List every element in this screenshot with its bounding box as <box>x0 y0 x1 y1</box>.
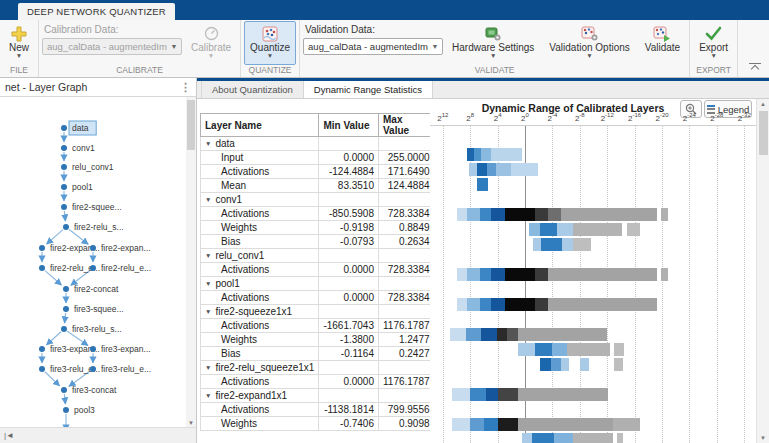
chevron-down-icon: ▼ <box>586 53 592 59</box>
col-min-value[interactable]: Min Value <box>319 114 379 137</box>
app-tab[interactable]: DEEP NETWORK QUANTIZER <box>18 3 175 20</box>
collapse-caret-icon[interactable]: ▼ <box>205 392 211 399</box>
scroll-left-edge-icon[interactable]: |◄ <box>4 431 14 440</box>
chart-vertical-scrollbar[interactable]: ▲ ▼ <box>756 99 769 443</box>
table-row[interactable]: Activations0.0000728.3384 <box>201 263 431 277</box>
range-bar-segment <box>498 418 518 431</box>
min-value <box>319 277 379 291</box>
range-bar-segment <box>497 328 507 341</box>
table-row[interactable]: Activations-850.5908728.3384 <box>201 207 431 221</box>
table-row[interactable]: ▼fire2-relu_squeeze1x1✔ <box>201 361 431 375</box>
table-row[interactable]: Weights-0.91980.8849 <box>201 221 431 235</box>
stat-row-name: Mean <box>205 180 314 191</box>
x-tick-label: 2-16 <box>628 112 641 123</box>
new-button[interactable]: New ▼ <box>3 21 35 65</box>
layer-node-relu_conv1[interactable]: relu_conv1 <box>61 162 114 172</box>
table-row[interactable]: Activations-124.4884171.6490 <box>201 165 431 179</box>
validation-options-button[interactable]: Validation Options ▼ <box>543 21 635 65</box>
scrollbar-thumb[interactable] <box>759 111 768 155</box>
layer-node-fire2-squeeze[interactable]: fire2-squee... <box>61 202 122 212</box>
graph-edge <box>64 394 65 404</box>
calibration-data-dropdown[interactable]: aug_calData - augmentedIma... ▼ <box>42 38 182 55</box>
range-bar-segment <box>467 148 474 161</box>
table-row[interactable]: ▼data <box>201 137 431 151</box>
range-bar-segment <box>540 358 551 371</box>
calibrate-button[interactable]: Calibrate ▼ <box>185 21 237 65</box>
layer-node-pool3[interactable]: pool3 <box>63 405 95 415</box>
table-row[interactable]: Mean83.3510124.4884 <box>201 179 431 193</box>
chart-plot-area[interactable] <box>430 125 756 443</box>
table-row[interactable]: ▼relu_conv1✔ <box>201 249 431 263</box>
table-row[interactable]: ▼fire2-squeeze1x1✔ <box>201 305 431 319</box>
export-button[interactable]: Export ▼ <box>693 21 734 65</box>
layer-node-dot <box>61 164 67 170</box>
table-row[interactable]: Weights-0.74060.9098 <box>201 417 431 431</box>
graph-vertical-scrollbar[interactable]: ▼ <box>186 97 196 427</box>
x-tick-label: 2-20 <box>655 112 668 123</box>
table-row[interactable]: ▼pool1✔ <box>201 277 431 291</box>
layer-node-dot <box>90 245 96 251</box>
collapse-caret-icon[interactable]: ▼ <box>205 252 211 259</box>
layer-graph-canvas[interactable]: dataconv1relu_conv1pool1fire2-squee...fi… <box>0 97 196 427</box>
layer-node-fire2-relu_s[interactable]: fire2-relu_s... <box>63 222 124 232</box>
tab-about-quantization[interactable]: About Quantization <box>202 81 304 98</box>
scroll-down-arrow-icon[interactable]: ▼ <box>757 435 769 441</box>
table-row[interactable]: Activations-1661.70431176.1787 <box>201 319 431 333</box>
section-file: New ▼ FILE <box>0 20 39 77</box>
kebab-menu-icon[interactable]: ⋮ <box>180 81 191 94</box>
range-bar-segment <box>491 298 505 311</box>
range-bar-segment <box>481 148 491 161</box>
layer-node-fire3-squeeze[interactable]: fire3-squee... <box>63 304 124 314</box>
graph-edge <box>47 230 63 244</box>
collapse-caret-icon[interactable]: ▼ <box>205 196 211 203</box>
range-bar-segment <box>484 418 498 431</box>
range-bar-segment <box>518 343 534 356</box>
gauge-icon <box>204 25 219 42</box>
x-tick-label: 2-32 <box>738 112 751 123</box>
collapse-toolstrip-button[interactable] <box>749 63 761 73</box>
table-row[interactable]: Activations-1138.1814799.9556 <box>201 403 431 417</box>
table-row[interactable]: Activations0.00001176.1787 <box>201 375 431 389</box>
validate-button[interactable]: Validate <box>639 21 686 65</box>
chevron-up-icon <box>751 65 759 73</box>
range-bar-segment <box>573 238 591 251</box>
graph-edge <box>64 211 65 221</box>
chevron-down-icon: ▼ <box>490 53 496 59</box>
layer-group-name: data <box>215 138 234 149</box>
layer-node-dot <box>61 326 67 332</box>
tab-dynamic-range-statistics[interactable]: Dynamic Range Statistics <box>304 81 433 98</box>
graph-edge <box>65 313 66 323</box>
max-value: 0.8849 <box>379 221 431 235</box>
col-max-value[interactable]: Max Value <box>379 114 431 137</box>
stat-row-name: Activations <box>205 166 314 177</box>
layer-node-data[interactable]: data <box>61 121 96 135</box>
layer-node-pool1[interactable]: pool1 <box>61 182 93 192</box>
col-layer-name[interactable]: Layer Name <box>201 114 319 137</box>
section-validate: Validation Data: aug_calData - augmented… <box>300 20 690 77</box>
collapse-caret-icon[interactable]: ▼ <box>205 280 211 287</box>
scroll-up-arrow-icon[interactable]: ▲ <box>757 101 769 107</box>
table-row[interactable]: Bias-0.07930.2634 <box>201 235 431 249</box>
layer-node-label: fire3-concat <box>72 385 117 395</box>
toolstrip: New ▼ FILE Calibration Data: aug_calData… <box>0 20 769 78</box>
table-row[interactable]: ▼conv1✔ <box>201 193 431 207</box>
scroll-down-arrow-icon[interactable]: ▼ <box>186 420 196 426</box>
layer-node-dot <box>90 265 96 271</box>
graph-horizontal-scrollbar[interactable]: |◄ <box>0 427 196 443</box>
collapse-caret-icon[interactable]: ▼ <box>205 308 211 315</box>
table-row[interactable]: Activations0.0000728.3384 <box>201 291 431 305</box>
collapse-caret-icon[interactable]: ▼ <box>205 140 211 147</box>
layer-node-label: pool3 <box>74 405 95 415</box>
hardware-settings-button[interactable]: Hardware Settings ▼ <box>446 21 540 65</box>
scrollbar-thumb[interactable] <box>187 100 195 150</box>
table-row[interactable]: ▼fire2-expand1x1✔ <box>201 389 431 403</box>
table-row[interactable]: Bias-0.11640.2427 <box>201 347 431 361</box>
quantize-button[interactable]: Quantize ▼ <box>244 21 296 65</box>
hardware-chip-icon <box>484 25 502 42</box>
table-row[interactable]: Weights-1.38001.2477 <box>201 333 431 347</box>
table-row[interactable]: Input0.0000255.0000 <box>201 151 431 165</box>
layer-node-conv1[interactable]: conv1 <box>61 143 95 153</box>
range-bar-segment <box>491 148 523 161</box>
collapse-caret-icon[interactable]: ▼ <box>205 364 211 371</box>
validation-data-dropdown[interactable]: aug_calData - augmentedIma... ▼ <box>303 38 443 55</box>
